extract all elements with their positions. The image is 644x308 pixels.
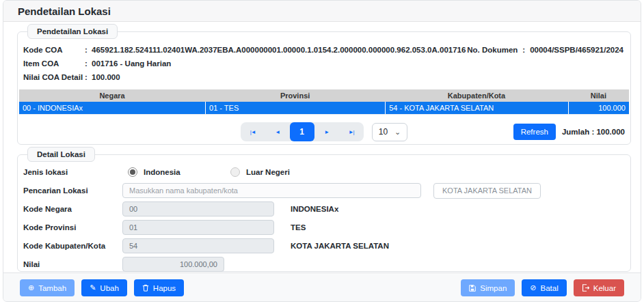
nilai-coa-value: 100.000 — [92, 70, 120, 84]
no-dokumen-value: 00004/SSPB/465921/2024 — [530, 43, 623, 57]
pendetailan-lokasi-card: Pendetailan Lokasi Pendetailan Lokasi Ko… — [3, 0, 641, 302]
colon: : — [85, 43, 92, 57]
kode-negara-row: Kode Negara INDONESIAx — [23, 201, 623, 216]
item-coa-label: Item COA — [23, 57, 85, 70]
item-coa-value: 001716 - Uang Harian — [92, 57, 171, 70]
col-header-kabupaten: Kabupaten/Kota — [385, 92, 568, 100]
page-size-value: 10 — [379, 127, 388, 137]
tambah-button[interactable]: ⊕ Tambah — [20, 279, 75, 296]
table-actions: Refresh Jumlah : 100.000 — [513, 123, 625, 141]
ubah-button[interactable]: ✎ Ubah — [81, 279, 127, 296]
kode-provinsi-row: Kode Provinsi TES — [23, 220, 623, 235]
cell-provinsi: 01 - TES — [205, 102, 385, 114]
kode-negara-label: Kode Negara — [23, 205, 122, 213]
nilai-label: Nilai — [23, 260, 122, 268]
lokasi-table: Negara Provinsi Kabupaten/Kota Nilai 00 … — [19, 89, 629, 115]
radio-luar-negeri-label: Luar Negeri — [246, 168, 290, 176]
cell-negara: 00 - INDONESIAx — [19, 102, 205, 114]
table-row[interactable]: 00 - INDONESIAx 01 - TES 54 - KOTA JAKAR… — [19, 102, 629, 114]
colon: : — [85, 57, 92, 70]
hapus-button-label: Hapus — [153, 284, 176, 292]
kode-provinsi-input[interactable] — [122, 220, 274, 235]
provinsi-name-text: TES — [291, 223, 306, 232]
lokasi-table-header: Negara Provinsi Kabupaten/Kota Nilai — [19, 89, 629, 102]
last-page-icon[interactable]: ►| — [339, 122, 364, 141]
nilai-input[interactable] — [122, 257, 224, 272]
tambah-button-label: Tambah — [38, 284, 66, 292]
radio-luar-negeri[interactable]: Luar Negeri — [230, 167, 333, 177]
coa-info-block: Kode COA : 465921.182.524111.02401WA.203… — [18, 32, 630, 84]
negara-name-text: INDONESIAx — [291, 205, 338, 213]
pencarian-lokasi-row: Pencarian Lokasi KOTA JAKARTA SELATAN — [23, 183, 623, 198]
no-dokumen-label: No. Dokumen — [467, 43, 518, 57]
trash-icon — [142, 284, 149, 292]
card-footer: ⊕ Tambah ✎ Ubah Hapus Simpan ⊘ Batal — [3, 272, 641, 302]
next-page-icon[interactable]: ► — [314, 122, 339, 141]
ubah-button-label: Ubah — [100, 284, 119, 292]
cell-kabupaten: 54 - KOTA JAKARTA SELATAN — [385, 102, 568, 114]
pencarian-lokasi-label: Pencarian Lokasi — [23, 186, 122, 195]
col-header-provinsi: Provinsi — [205, 92, 385, 100]
jenis-lokasi-label: Jenis lokasi — [23, 168, 122, 176]
pencarian-lokasi-input[interactable] — [122, 183, 421, 198]
chevron-down-icon: ⌄ — [394, 129, 401, 135]
hapus-button[interactable]: Hapus — [134, 279, 184, 296]
save-icon — [469, 285, 476, 292]
simpan-button-label: Simpan — [480, 284, 507, 292]
kode-provinsi-label: Kode Provinsi — [23, 223, 122, 232]
radio-indonesia[interactable]: Indonesia — [128, 167, 230, 177]
radio-unchecked-icon[interactable] — [230, 167, 240, 177]
kode-kabupaten-label: Kode Kabupaten/Kota — [23, 242, 122, 250]
card-body: Pendetailan Lokasi Kode COA : 465921.182… — [3, 22, 641, 272]
detail-form: Jenis lokasi Indonesia Luar Negeri Penca… — [18, 155, 630, 272]
batal-button-label: Batal — [541, 284, 559, 292]
pagination-row: |◄ ◄ 1 ► ►| 10 ⌄ Refresh Jumlah : 100.00… — [18, 122, 630, 141]
detail-fieldset-legend: Detail Lokasi — [27, 147, 95, 162]
first-page-icon[interactable]: |◄ — [241, 122, 265, 141]
batal-button[interactable]: ⊘ Batal — [522, 279, 566, 296]
simpan-button[interactable]: Simpan — [461, 279, 515, 296]
plus-circle-icon: ⊕ — [28, 284, 34, 292]
col-header-negara: Negara — [19, 92, 205, 100]
refresh-button[interactable]: Refresh — [513, 124, 556, 140]
keluar-button-label: Keluar — [593, 284, 616, 292]
nilai-coa-row: Nilai COA Detail : 100.000 — [23, 70, 623, 84]
kode-coa-label: Kode COA — [23, 43, 85, 57]
detail-fieldset: Detail Lokasi Jenis lokasi Indonesia Lua… — [17, 154, 631, 272]
kabupaten-name-text: KOTA JAKARTA SELATAN — [291, 242, 389, 250]
kode-negara-input[interactable] — [122, 201, 274, 216]
prev-page-icon[interactable]: ◄ — [265, 122, 290, 141]
cell-nilai: 100.000 — [568, 102, 629, 114]
item-coa-row: Item COA : 001716 - Uang Harian — [23, 57, 623, 70]
col-header-nilai: Nilai — [568, 92, 629, 100]
radio-indonesia-label: Indonesia — [144, 168, 180, 176]
page-size-select[interactable]: 10 ⌄ — [372, 123, 408, 141]
coa-fieldset: Pendetailan Lokasi Kode COA : 465921.182… — [17, 31, 631, 145]
radio-checked-icon[interactable] — [128, 167, 137, 177]
no-dokumen: No. Dokumen : 00004/SSPB/465921/2024 — [467, 43, 623, 57]
kode-kabupaten-input[interactable] — [122, 238, 274, 253]
jumlah-total: Jumlah : 100.000 — [562, 128, 625, 136]
colon: : — [85, 70, 92, 84]
page-title: Pendetailan Lokasi — [18, 5, 111, 17]
colon: : — [522, 43, 525, 57]
card-header: Pendetailan Lokasi — [3, 1, 641, 22]
jenis-lokasi-row: Jenis lokasi Indonesia Luar Negeri — [23, 165, 623, 180]
pencil-icon: ✎ — [90, 284, 96, 292]
pagination: |◄ ◄ 1 ► ►| — [241, 122, 364, 141]
keluar-button[interactable]: Keluar — [574, 279, 624, 296]
nilai-row: Nilai — [23, 257, 623, 272]
nilai-coa-label: Nilai COA Detail — [23, 70, 85, 84]
page-number-button[interactable]: 1 — [290, 122, 314, 141]
exit-icon — [582, 284, 589, 292]
kota-suggestion-button[interactable]: KOTA JAKARTA SELATAN — [433, 183, 541, 199]
kode-coa-value: 465921.182.524111.02401WA.2037EBA.A00000… — [92, 43, 466, 57]
kode-kabupaten-row: Kode Kabupaten/Kota KOTA JAKARTA SELATAN — [23, 238, 623, 253]
cancel-circle-icon: ⊘ — [530, 284, 536, 292]
